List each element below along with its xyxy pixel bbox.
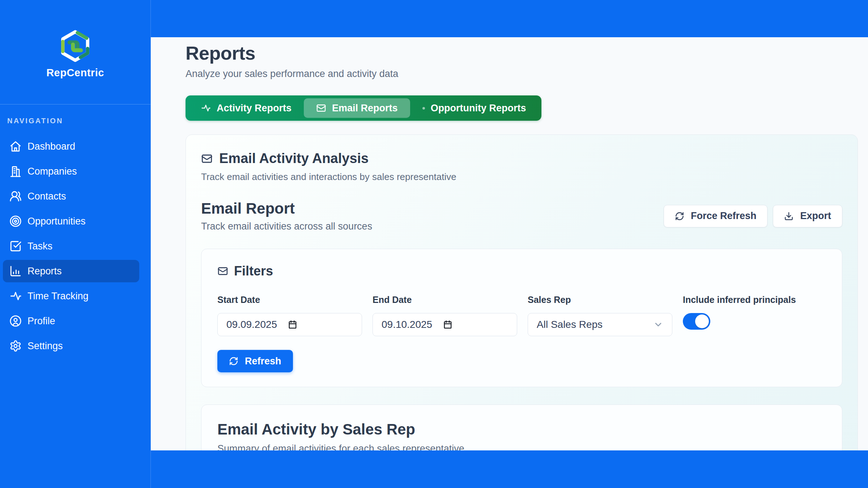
start-date-field: Start Date 09.09.2025 — [217, 295, 362, 336]
end-date-value: 09.10.2025 — [382, 319, 432, 330]
sidebar-item-label: Tasks — [27, 241, 52, 252]
tab-activity-reports[interactable]: Activity Reports — [188, 98, 304, 118]
start-date-input[interactable]: 09.09.2025 — [217, 313, 362, 336]
mail-icon — [201, 153, 213, 164]
sidebar-item-time-tracking[interactable]: Time Tracking — [3, 285, 139, 307]
tab-label: Opportunity Reports — [431, 103, 526, 114]
building-icon — [9, 165, 22, 177]
sidebar-item-settings[interactable]: Settings — [3, 335, 139, 357]
logo-area: RepCentric — [0, 0, 150, 104]
sales-rep-label: Sales Rep — [528, 295, 672, 305]
sidebar-item-reports[interactable]: Reports — [3, 260, 139, 282]
main-content: Reports Analyze your sales performance a… — [151, 37, 868, 450]
sidebar-item-opportunities[interactable]: Opportunities — [3, 210, 139, 232]
house-icon — [9, 140, 22, 153]
sidebar-item-label: Contacts — [27, 191, 66, 202]
square-check-icon — [9, 240, 22, 252]
rep-activity-subtitle: Summary of email activities for each sal… — [217, 443, 826, 450]
sidebar-item-profile[interactable]: Profile — [3, 310, 139, 332]
report-subtitle: Track email activities across all source… — [201, 221, 372, 232]
filters-title: Filters — [234, 264, 273, 279]
gear-icon — [9, 340, 22, 352]
tab-label: Email Reports — [332, 103, 398, 114]
tab-label: Activity Reports — [217, 103, 292, 114]
include-inferred-label: Include inferred principals — [683, 295, 826, 305]
toggle-knob — [695, 314, 709, 328]
users-icon — [9, 190, 22, 202]
rep-activity-title: Email Activity by Sales Rep — [217, 421, 826, 438]
calendar-icon[interactable] — [443, 320, 452, 329]
sidebar-nav: NAVIGATION Dashboard Companies Contacts … — [0, 104, 150, 357]
start-date-value: 09.09.2025 — [226, 319, 277, 330]
start-date-label: Start Date — [217, 295, 362, 305]
page-title: Reports — [186, 42, 858, 64]
report-title: Email Report — [201, 200, 372, 217]
section-subtitle: Track email activities and interactions … — [201, 171, 842, 183]
refresh-button[interactable]: Refresh — [217, 350, 293, 372]
filters-card: Filters Start Date 09.09.2025 End Date 0… — [201, 249, 842, 387]
refresh-icon — [675, 211, 684, 221]
sidebar-item-label: Profile — [27, 316, 55, 327]
sidebar-item-label: Settings — [27, 341, 63, 352]
end-date-label: End Date — [373, 295, 517, 305]
include-inferred-field: Include inferred principals — [683, 295, 826, 336]
sidebar-item-label: Time Tracking — [27, 291, 89, 302]
user-circle-icon — [9, 315, 22, 327]
download-icon — [784, 211, 793, 221]
tab-email-reports[interactable]: Email Reports — [304, 98, 410, 118]
sidebar-item-label: Companies — [27, 166, 77, 177]
rep-activity-card: Email Activity by Sales Rep Summary of e… — [201, 404, 842, 450]
mail-icon — [217, 266, 228, 277]
tab-opportunity-reports[interactable]: Opportunity Reports — [410, 98, 539, 118]
email-analysis-card: Email Activity Analysis Track email acti… — [186, 134, 858, 450]
sidebar-item-tasks[interactable]: Tasks — [3, 235, 139, 257]
sales-rep-value: All Sales Reps — [537, 319, 603, 330]
sidebar-item-label: Reports — [27, 266, 62, 277]
sidebar-item-companies[interactable]: Companies — [3, 160, 139, 183]
end-date-field: End Date 09.10.2025 — [373, 295, 517, 336]
sales-rep-field: Sales Rep All Sales Reps — [528, 295, 672, 336]
nav-section-label: NAVIGATION — [7, 117, 139, 125]
include-inferred-toggle[interactable] — [683, 313, 710, 330]
export-button[interactable]: Export — [773, 205, 842, 227]
force-refresh-label: Force Refresh — [691, 210, 757, 222]
target-icon — [9, 215, 22, 227]
force-refresh-button[interactable]: Force Refresh — [664, 205, 768, 227]
sidebar-item-label: Opportunities — [27, 216, 86, 227]
calendar-icon[interactable] — [288, 320, 297, 329]
app-name: RepCentric — [46, 67, 104, 79]
section-title: Email Activity Analysis — [219, 151, 369, 166]
sidebar-item-contacts[interactable]: Contacts — [3, 185, 139, 207]
dot-icon — [422, 107, 425, 110]
chart-column-icon — [9, 265, 22, 277]
sales-rep-select[interactable]: All Sales Reps — [528, 313, 672, 336]
sidebar: RepCentric NAVIGATION Dashboard Companie… — [0, 0, 151, 488]
refresh-icon — [229, 356, 238, 366]
activity-icon — [9, 290, 22, 302]
chevron-down-icon — [653, 320, 663, 330]
export-label: Export — [800, 210, 831, 222]
report-tabs: Activity Reports Email Reports Opportuni… — [186, 95, 541, 121]
sidebar-item-label: Dashboard — [27, 141, 75, 152]
repcentric-logo-icon — [60, 30, 90, 63]
refresh-label: Refresh — [245, 356, 281, 367]
page-subtitle: Analyze your sales performance and activ… — [186, 68, 858, 80]
mail-icon — [316, 103, 326, 113]
activity-icon — [201, 103, 211, 113]
sidebar-item-dashboard[interactable]: Dashboard — [3, 135, 139, 158]
end-date-input[interactable]: 09.10.2025 — [373, 313, 517, 336]
